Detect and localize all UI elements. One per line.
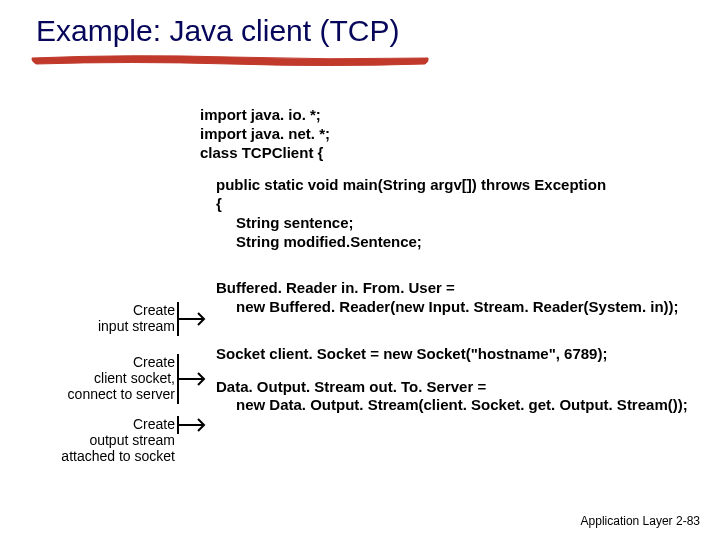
code-line: public static void main(String argv[]) t… (200, 176, 688, 195)
annotation-client-socket: Create client socket, connect to server (50, 354, 175, 402)
code-line: new Data. Output. Stream(client. Socket.… (200, 396, 688, 415)
annotation-line: attached to socket (45, 448, 175, 464)
slide-title: Example: Java client (TCP) (36, 14, 399, 48)
code-line: class TCPClient { (200, 144, 688, 163)
code-line: new Buffered. Reader(new Input. Stream. … (200, 298, 688, 317)
annotation-line: Create (45, 416, 175, 432)
annotation-line: input stream (70, 318, 175, 334)
arrow-icon (176, 414, 212, 436)
code-line: { (200, 195, 688, 214)
annotation-line: Create (70, 302, 175, 318)
code-line: Data. Output. Stream out. To. Server = (200, 378, 688, 397)
code-line: String modified.Sentence; (200, 233, 688, 252)
arrow-icon (176, 300, 212, 340)
annotation-line: Create (50, 354, 175, 370)
slide-footer: Application Layer 2-83 (581, 514, 700, 528)
footer-label: Application Layer (581, 514, 673, 528)
annotation-line: connect to server (50, 386, 175, 402)
annotation-line: client socket, (50, 370, 175, 386)
annotation-input-stream: Create input stream (70, 302, 175, 334)
code-line: String sentence; (200, 214, 688, 233)
title-underline (30, 52, 440, 72)
code-line: Socket client. Socket = new Socket("host… (200, 345, 688, 364)
code-line: import java. net. *; (200, 125, 688, 144)
code-block: import java. io. *; import java. net. *;… (200, 106, 688, 415)
code-line: import java. io. *; (200, 106, 688, 125)
annotation-output-stream: Create output stream attached to socket (45, 416, 175, 464)
annotation-line: output stream (45, 432, 175, 448)
arrow-icon (176, 352, 212, 408)
page-number: 2-83 (676, 514, 700, 528)
code-line: Buffered. Reader in. From. User = (200, 279, 688, 298)
